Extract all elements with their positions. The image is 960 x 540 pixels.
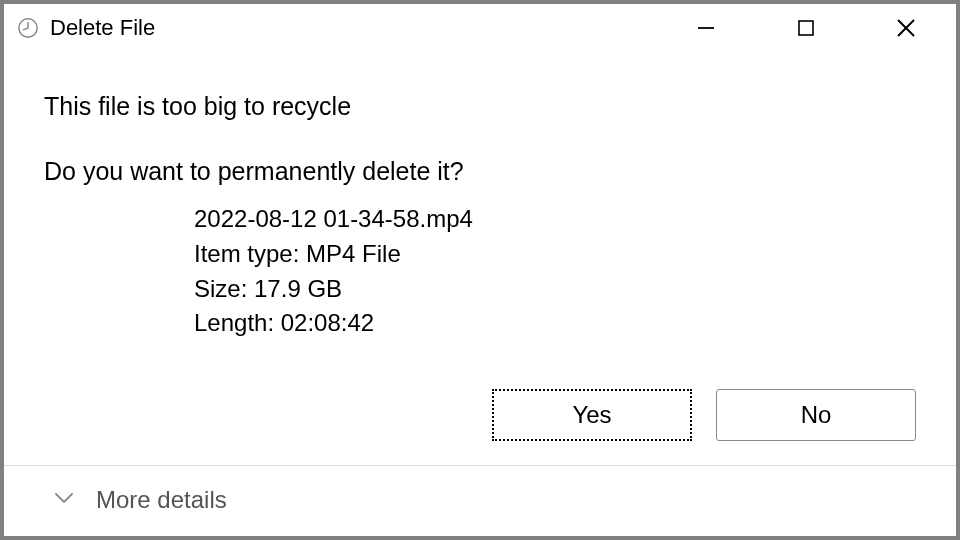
more-details-toggle[interactable]: More details: [4, 466, 956, 536]
chevron-down-icon: [54, 491, 74, 509]
dialog-buttons: Yes No: [4, 371, 956, 465]
svg-rect-2: [799, 21, 813, 35]
delete-file-dialog: Delete File This file is too big to rec: [4, 4, 956, 536]
dialog-title: Delete File: [50, 15, 656, 41]
minimize-button[interactable]: [656, 4, 756, 52]
file-length: Length: 02:08:42: [194, 306, 916, 341]
content-question: Do you want to permanently delete it?: [44, 157, 916, 186]
minimize-icon: [697, 19, 715, 37]
content-heading: This file is too big to recycle: [44, 92, 916, 121]
close-button[interactable]: [856, 4, 956, 52]
titlebar: Delete File: [4, 4, 956, 52]
yes-button[interactable]: Yes: [492, 389, 692, 441]
file-size: Size: 17.9 GB: [194, 272, 916, 307]
maximize-button[interactable]: [756, 4, 856, 52]
clock-history-icon: [16, 16, 40, 40]
file-info: 2022-08-12 01-34-58.mp4 Item type: MP4 F…: [194, 202, 916, 341]
window-controls: [656, 4, 956, 52]
maximize-icon: [798, 20, 814, 36]
file-type: Item type: MP4 File: [194, 237, 916, 272]
close-icon: [896, 18, 916, 38]
dialog-content: This file is too big to recycle Do you w…: [4, 52, 956, 371]
file-name: 2022-08-12 01-34-58.mp4: [194, 202, 916, 237]
no-button[interactable]: No: [716, 389, 916, 441]
more-details-label: More details: [96, 486, 227, 514]
